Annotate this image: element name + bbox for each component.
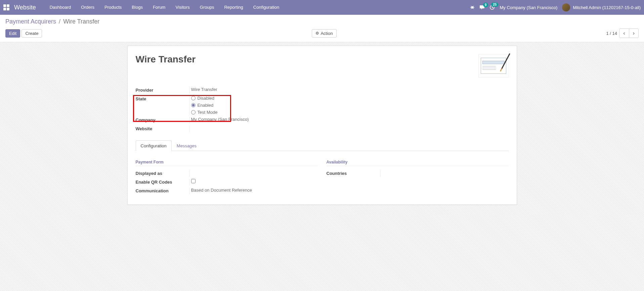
menu-configuration[interactable]: Configuration (248, 0, 284, 15)
breadcrumb: Payment Acquirers / Wire Transfer (5, 18, 639, 25)
value-displayed-as (189, 170, 318, 177)
value-communication: Based on Document Reference (189, 188, 318, 194)
acquirer-logo (478, 54, 509, 78)
state-enabled[interactable]: Enabled (191, 103, 322, 108)
avatar (562, 3, 570, 11)
user-name: Mitchell Admin (11202167-15-0-all) (573, 5, 641, 10)
label-website: Website (136, 126, 189, 132)
label-countries: Countries (327, 170, 380, 177)
top-navbar: Website Dashboard Orders Products Blogs … (0, 0, 644, 15)
control-panel: Payment Acquirers / Wire Transfer Edit C… (0, 15, 644, 42)
activities-badge: 25 (491, 2, 498, 7)
state-radio-group: Disabled Enabled Test Mode (191, 96, 322, 115)
label-provider: Provider (136, 87, 189, 94)
svg-point-0 (471, 6, 474, 9)
state-disabled[interactable]: Disabled (191, 96, 322, 101)
pager: 1 / 14 (606, 29, 639, 38)
label-communication: Communication (136, 188, 189, 194)
radio-disabled[interactable] (191, 96, 196, 100)
app-brand[interactable]: Website (14, 4, 36, 11)
breadcrumb-current: Wire Transfer (63, 18, 99, 25)
notebook: Configuration Messages Payment Form Disp… (136, 140, 509, 196)
edit-button[interactable]: Edit (5, 29, 20, 38)
menu-blogs[interactable]: Blogs (127, 0, 148, 15)
menu-forum[interactable]: Forum (148, 0, 171, 15)
menu-visitors[interactable]: Visitors (170, 0, 195, 15)
pager-next[interactable] (629, 29, 638, 38)
company-switcher[interactable]: My Company (San Francisco) (500, 5, 557, 10)
menu-orders[interactable]: Orders (76, 0, 99, 15)
label-company: Company (136, 117, 189, 124)
pager-prev[interactable] (619, 29, 629, 38)
value-company: My Company (San Francisco) (189, 117, 322, 124)
label-enable-qr: Enable QR Codes (136, 179, 189, 186)
radio-test[interactable] (191, 110, 196, 114)
messages-icon[interactable]: 9 (479, 5, 485, 10)
state-test[interactable]: Test Mode (191, 110, 322, 115)
tab-configuration[interactable]: Configuration (136, 140, 172, 151)
value-countries (380, 170, 509, 177)
apps-icon[interactable] (3, 4, 9, 10)
menu-groups[interactable]: Groups (195, 0, 219, 15)
messages-badge: 9 (483, 3, 488, 7)
value-website (189, 126, 322, 132)
form-sheet: Wire Transfer Provider Wire Transfer Sta… (127, 46, 517, 205)
breadcrumb-sep: / (59, 18, 60, 25)
user-menu[interactable]: Mitchell Admin (11202167-15-0-all) (562, 3, 641, 11)
section-availability: Availability (327, 160, 509, 166)
radio-enabled[interactable] (191, 103, 196, 107)
section-payment-form: Payment Form (136, 160, 318, 166)
label-displayed-as: Displayed as (136, 170, 189, 177)
menu-dashboard[interactable]: Dashboard (45, 0, 76, 15)
main-menu: Dashboard Orders Products Blogs Forum Vi… (45, 0, 284, 15)
page-title: Wire Transfer (136, 54, 196, 65)
breadcrumb-parent[interactable]: Payment Acquirers (5, 18, 56, 25)
action-button[interactable]: Action (312, 29, 336, 38)
pager-text: 1 / 14 (606, 31, 617, 36)
tab-messages[interactable]: Messages (172, 140, 202, 151)
label-state: State (136, 96, 189, 115)
checkbox-enable-qr[interactable] (191, 179, 196, 183)
menu-products[interactable]: Products (99, 0, 127, 15)
value-provider: Wire Transfer (189, 87, 322, 94)
menu-reporting[interactable]: Reporting (219, 0, 248, 15)
create-button[interactable]: Create (22, 29, 42, 38)
debug-icon[interactable] (470, 5, 475, 10)
activities-icon[interactable]: 25 (489, 5, 495, 10)
action-label: Action (320, 31, 333, 36)
